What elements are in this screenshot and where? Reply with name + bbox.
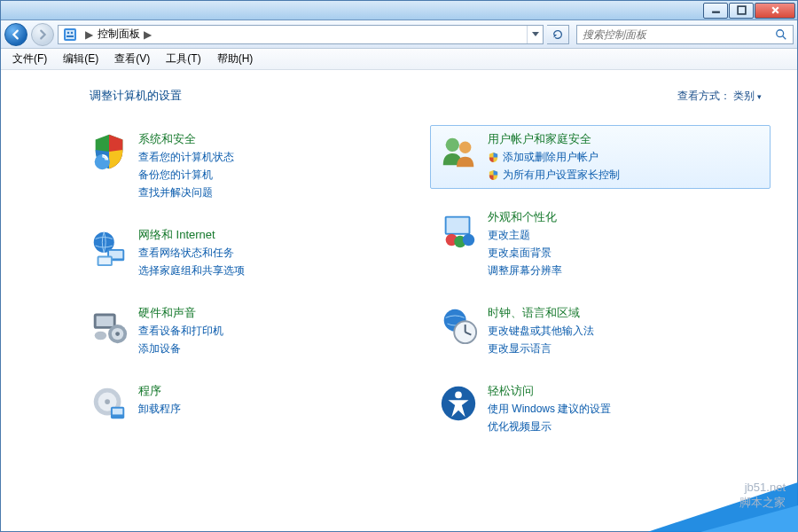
svg-rect-31 <box>447 218 469 233</box>
task-link[interactable]: 选择家庭组和共享选项 <box>138 263 245 278</box>
svg-point-34 <box>463 234 474 246</box>
close-button[interactable] <box>755 3 795 19</box>
breadcrumb[interactable]: 控制面板 <box>98 27 140 42</box>
task-link[interactable]: 卸载程序 <box>138 402 181 417</box>
view-by-label: 查看方式： <box>677 90 731 102</box>
category-appearance: 外观和个性化更改主题更改桌面背景调整屏幕分辨率 <box>430 203 771 285</box>
svg-point-40 <box>455 392 462 399</box>
svg-point-9 <box>777 29 784 36</box>
task-link[interactable]: 添加或删除用户帐户 <box>488 150 620 165</box>
refresh-button[interactable] <box>547 25 569 44</box>
task-link-label: 选择家庭组和共享选项 <box>138 263 245 278</box>
task-link-label: 优化视频显示 <box>488 419 552 434</box>
task-link[interactable]: 更改键盘或其他输入法 <box>488 324 594 339</box>
svg-rect-27 <box>113 409 122 415</box>
view-by-dropdown[interactable]: 类别 <box>733 90 762 102</box>
task-link[interactable]: 调整屏幕分辨率 <box>488 263 562 278</box>
category-clock-region: 时钟、语言和区域更改键盘或其他输入法更改显示语言 <box>430 299 771 363</box>
category-title[interactable]: 轻松访问 <box>488 383 611 399</box>
maximize-button[interactable] <box>729 3 754 19</box>
svg-point-22 <box>95 332 106 340</box>
address-bar[interactable]: ▶ 控制面板 ▶ <box>58 25 544 44</box>
category-column-left: 系统和安全查看您的计算机状态备份您的计算机查找并解决问题网络和 Internet… <box>81 125 421 441</box>
watermark: jb51.net 脚本之家 <box>739 481 786 511</box>
minimize-button[interactable] <box>703 3 728 19</box>
task-link[interactable]: 添加设备 <box>138 341 223 356</box>
task-link[interactable]: 查看您的计算机状态 <box>138 150 234 165</box>
task-link-label: 添加设备 <box>138 341 181 356</box>
svg-rect-8 <box>66 35 74 37</box>
task-link[interactable]: 为所有用户设置家长控制 <box>488 168 620 183</box>
task-link[interactable]: 使用 Windows 建议的设置 <box>488 402 611 417</box>
task-link-label: 更改桌面背景 <box>488 246 552 261</box>
task-link[interactable]: 查看网络状态和任务 <box>138 246 245 261</box>
task-link-label: 调整屏幕分辨率 <box>488 263 562 278</box>
hardware-sound-icon <box>89 305 129 346</box>
user-accounts-icon <box>438 131 479 172</box>
search-input[interactable] <box>577 26 770 43</box>
task-link[interactable]: 查看设备和打印机 <box>138 324 223 339</box>
address-dropdown[interactable] <box>527 26 543 43</box>
content-area: 调整计算机的设置 查看方式： 类别 系统和安全查看您的计算机状态备份您的计算机查… <box>1 70 797 531</box>
task-link-label: 更改主题 <box>488 228 530 243</box>
svg-point-6 <box>67 31 69 33</box>
category-title[interactable]: 网络和 Internet <box>138 227 245 243</box>
menu-file[interactable]: 文件(F) <box>6 49 53 69</box>
task-link-label: 更改键盘或其他输入法 <box>488 324 594 339</box>
task-link-label: 为所有用户设置家长控制 <box>503 168 620 183</box>
task-link-label: 查找并解决问题 <box>138 185 213 200</box>
svg-rect-5 <box>66 30 74 39</box>
task-link[interactable]: 优化视频显示 <box>488 419 611 434</box>
svg-rect-1 <box>738 6 746 14</box>
control-panel-icon <box>62 27 78 43</box>
task-link[interactable]: 更改桌面背景 <box>488 246 562 261</box>
search-icon[interactable] <box>770 25 793 44</box>
svg-point-28 <box>446 138 459 152</box>
ease-of-access-icon <box>438 383 479 424</box>
task-link[interactable]: 查找并解决问题 <box>138 185 234 200</box>
control-panel-window: ▶ 控制面板 ▶ 文件(F) 编辑(E) 查看(V) 工具(T) 帮助(H) 调… <box>0 0 798 532</box>
view-by: 查看方式： 类别 <box>677 89 762 104</box>
svg-line-10 <box>783 35 786 39</box>
task-link[interactable]: 更改主题 <box>488 228 562 243</box>
category-programs: 程序卸载程序 <box>81 377 421 430</box>
task-link-label: 添加或删除用户帐户 <box>503 150 598 165</box>
chevron-right-icon: ▶ <box>85 28 98 41</box>
page-title: 调整计算机的设置 <box>90 88 182 104</box>
category-ease-of-access: 轻松访问使用 Windows 建议的设置优化视频显示 <box>430 377 771 441</box>
svg-point-7 <box>71 31 73 33</box>
task-link-label: 更改显示语言 <box>488 341 552 356</box>
search-box[interactable] <box>576 25 794 44</box>
menu-bar: 文件(F) 编辑(E) 查看(V) 工具(T) 帮助(H) <box>1 49 797 70</box>
category-title[interactable]: 硬件和声音 <box>138 305 223 321</box>
category-title[interactable]: 系统和安全 <box>138 131 234 147</box>
system-security-icon <box>89 131 129 172</box>
menu-tools[interactable]: 工具(T) <box>160 49 207 69</box>
forward-button[interactable] <box>31 23 54 46</box>
shield-icon <box>488 169 499 181</box>
menu-view[interactable]: 查看(V) <box>108 49 156 69</box>
menu-help[interactable]: 帮助(H) <box>211 49 260 69</box>
clock-region-icon <box>438 305 479 346</box>
chevron-right-icon[interactable]: ▶ <box>144 28 156 41</box>
svg-rect-16 <box>99 258 111 265</box>
category-title[interactable]: 时钟、语言和区域 <box>488 305 594 321</box>
svg-rect-18 <box>97 316 113 326</box>
back-button[interactable] <box>4 23 27 46</box>
category-title[interactable]: 用户帐户和家庭安全 <box>488 131 620 147</box>
programs-icon <box>89 383 129 424</box>
task-link[interactable]: 更改显示语言 <box>488 341 594 356</box>
task-link-label: 备份您的计算机 <box>138 168 213 183</box>
menu-edit[interactable]: 编辑(E) <box>57 49 105 69</box>
task-link-label: 查看设备和打印机 <box>138 324 223 339</box>
task-link-label: 查看您的计算机状态 <box>138 150 234 165</box>
task-link[interactable]: 备份您的计算机 <box>138 168 234 183</box>
task-link-label: 卸载程序 <box>138 402 181 417</box>
content-header: 调整计算机的设置 查看方式： 类别 <box>90 88 762 104</box>
category-title[interactable]: 程序 <box>138 383 181 399</box>
watermark-url: jb51.net <box>739 481 786 496</box>
svg-point-36 <box>454 321 476 343</box>
category-title[interactable]: 外观和个性化 <box>488 209 562 225</box>
task-link-label: 查看网络状态和任务 <box>138 246 234 261</box>
category-hardware-sound: 硬件和声音查看设备和打印机添加设备 <box>81 299 421 363</box>
